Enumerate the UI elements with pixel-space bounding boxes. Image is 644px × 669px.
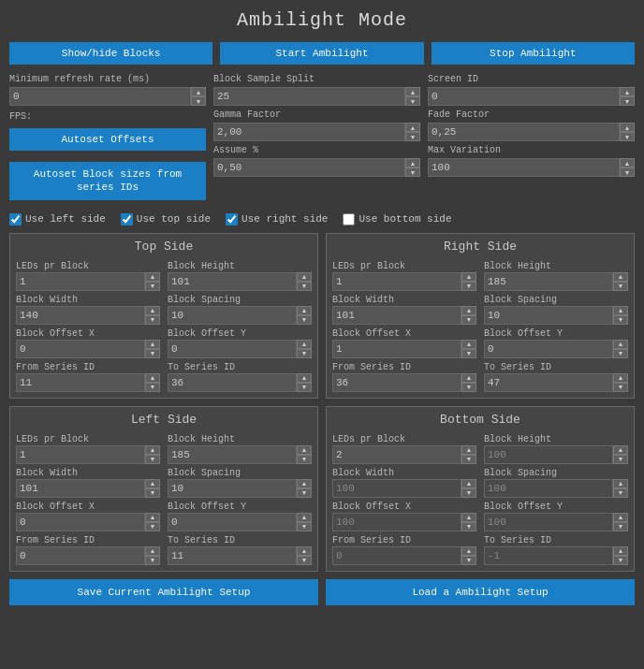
right-block-spacing-input[interactable] bbox=[484, 306, 613, 325]
left-to-series-input[interactable] bbox=[168, 546, 297, 565]
right-block-width-input[interactable] bbox=[332, 306, 461, 325]
bottom-block-width-input[interactable] bbox=[332, 479, 461, 498]
save-setup-button[interactable]: Save Current Ambilight Setup bbox=[9, 579, 318, 605]
left-bh-up[interactable]: ▲ bbox=[297, 445, 312, 455]
left-ts-down[interactable]: ▼ bbox=[297, 556, 312, 565]
top-ts-down[interactable]: ▼ bbox=[297, 383, 312, 392]
top-to-series-input[interactable] bbox=[168, 373, 297, 392]
top-leds-down[interactable]: ▼ bbox=[145, 282, 160, 291]
stop-ambilight-button[interactable]: Stop Ambilight bbox=[432, 42, 635, 65]
top-from-series-input[interactable] bbox=[16, 373, 145, 392]
show-hide-button[interactable]: Show/hide Blocks bbox=[9, 42, 212, 65]
gamma-input[interactable] bbox=[213, 123, 405, 141]
bottom-ts-up[interactable]: ▲ bbox=[613, 546, 628, 556]
top-block-height-input[interactable] bbox=[168, 272, 297, 291]
right-offset-y-input[interactable] bbox=[484, 340, 613, 358]
bottom-leds-down[interactable]: ▼ bbox=[461, 455, 476, 464]
right-fs-up[interactable]: ▲ bbox=[461, 373, 476, 383]
fade-up[interactable]: ▲ bbox=[620, 123, 635, 132]
right-bh-down[interactable]: ▼ bbox=[613, 282, 628, 291]
block-sample-input[interactable] bbox=[213, 87, 405, 106]
right-ox-up[interactable]: ▲ bbox=[461, 340, 476, 349]
right-bw-down[interactable]: ▼ bbox=[461, 315, 476, 325]
top-ox-up[interactable]: ▲ bbox=[145, 340, 160, 349]
top-offset-y-input[interactable] bbox=[168, 340, 297, 358]
right-leds-up[interactable]: ▲ bbox=[461, 272, 476, 282]
gamma-up[interactable]: ▲ bbox=[405, 123, 420, 132]
bottom-offset-x-input[interactable] bbox=[332, 513, 461, 531]
block-sample-up[interactable]: ▲ bbox=[405, 87, 420, 96]
right-ts-down[interactable]: ▼ bbox=[613, 383, 628, 392]
bottom-leds-up[interactable]: ▲ bbox=[461, 445, 476, 455]
top-oy-up[interactable]: ▲ bbox=[297, 340, 312, 349]
assume-down[interactable]: ▼ bbox=[405, 167, 420, 177]
left-block-spacing-input[interactable] bbox=[168, 479, 297, 498]
assume-up[interactable]: ▲ bbox=[405, 158, 420, 167]
screen-id-input[interactable] bbox=[428, 87, 620, 106]
use-top-checkbox-item[interactable]: Use top side bbox=[121, 213, 211, 225]
use-bottom-checkbox[interactable] bbox=[343, 213, 355, 225]
left-ts-up[interactable]: ▲ bbox=[297, 546, 312, 556]
bottom-ox-down[interactable]: ▼ bbox=[461, 522, 476, 531]
use-top-checkbox[interactable] bbox=[121, 213, 133, 225]
bottom-fs-down[interactable]: ▼ bbox=[461, 556, 476, 565]
left-leds-input[interactable] bbox=[16, 445, 145, 464]
fade-down[interactable]: ▼ bbox=[620, 132, 635, 141]
assume-input[interactable] bbox=[213, 158, 405, 177]
left-fs-down[interactable]: ▼ bbox=[145, 556, 160, 565]
bottom-bs-up[interactable]: ▲ bbox=[613, 479, 628, 488]
right-ox-down[interactable]: ▼ bbox=[461, 349, 476, 358]
max-var-input[interactable] bbox=[428, 158, 620, 177]
right-to-series-input[interactable] bbox=[484, 373, 613, 392]
left-offset-y-input[interactable] bbox=[168, 513, 297, 531]
bottom-ts-down[interactable]: ▼ bbox=[613, 556, 628, 565]
top-ts-up[interactable]: ▲ bbox=[297, 373, 312, 383]
use-right-checkbox[interactable] bbox=[226, 213, 238, 225]
bottom-ox-up[interactable]: ▲ bbox=[461, 513, 476, 522]
block-sample-down[interactable]: ▼ bbox=[405, 96, 420, 106]
top-bw-up[interactable]: ▲ bbox=[145, 306, 160, 315]
left-fs-up[interactable]: ▲ bbox=[145, 546, 160, 556]
max-var-down[interactable]: ▼ bbox=[620, 167, 635, 177]
top-bw-down[interactable]: ▼ bbox=[145, 315, 160, 325]
left-oy-down[interactable]: ▼ bbox=[297, 522, 312, 531]
bottom-block-spacing-input[interactable] bbox=[484, 479, 613, 498]
bottom-block-height-input[interactable] bbox=[484, 445, 613, 464]
top-bs-down[interactable]: ▼ bbox=[297, 315, 312, 325]
right-bs-down[interactable]: ▼ bbox=[613, 315, 628, 325]
right-oy-down[interactable]: ▼ bbox=[613, 349, 628, 358]
left-leds-up[interactable]: ▲ bbox=[145, 445, 160, 455]
bottom-leds-input[interactable] bbox=[332, 445, 461, 464]
left-offset-x-input[interactable] bbox=[16, 513, 145, 531]
use-left-checkbox-item[interactable]: Use left side bbox=[9, 213, 106, 225]
load-setup-button[interactable]: Load a Ambilight Setup bbox=[326, 579, 635, 605]
min-refresh-input[interactable] bbox=[9, 87, 191, 106]
fade-input[interactable] bbox=[428, 123, 620, 141]
bottom-offset-y-input[interactable] bbox=[484, 513, 613, 531]
left-ox-down[interactable]: ▼ bbox=[145, 522, 160, 531]
min-refresh-up[interactable]: ▲ bbox=[191, 87, 206, 96]
start-ambilight-button[interactable]: Start Ambilight bbox=[220, 42, 423, 65]
autoset-offsets-button[interactable]: Autoset Offsets bbox=[9, 128, 206, 151]
use-left-checkbox[interactable] bbox=[9, 213, 22, 225]
right-bh-up[interactable]: ▲ bbox=[613, 272, 628, 282]
top-ox-down[interactable]: ▼ bbox=[145, 349, 160, 358]
right-leds-down[interactable]: ▼ bbox=[461, 282, 476, 291]
top-block-spacing-input[interactable] bbox=[168, 306, 297, 325]
left-bh-down[interactable]: ▼ bbox=[297, 455, 312, 464]
left-from-series-input[interactable] bbox=[16, 546, 145, 565]
left-bw-down[interactable]: ▼ bbox=[145, 488, 160, 498]
bottom-bw-up[interactable]: ▲ bbox=[461, 479, 476, 488]
right-oy-up[interactable]: ▲ bbox=[613, 340, 628, 349]
left-block-width-input[interactable] bbox=[16, 479, 145, 498]
top-leds-up[interactable]: ▲ bbox=[145, 272, 160, 282]
top-bh-down[interactable]: ▼ bbox=[297, 282, 312, 291]
use-bottom-checkbox-item[interactable]: Use bottom side bbox=[343, 213, 451, 225]
top-offset-x-input[interactable] bbox=[16, 340, 145, 358]
right-from-series-input[interactable] bbox=[332, 373, 461, 392]
screen-id-up[interactable]: ▲ bbox=[620, 87, 635, 96]
left-bs-down[interactable]: ▼ bbox=[297, 488, 312, 498]
bottom-fs-up[interactable]: ▲ bbox=[461, 546, 476, 556]
right-offset-x-input[interactable] bbox=[332, 340, 461, 358]
right-fs-down[interactable]: ▼ bbox=[461, 383, 476, 392]
